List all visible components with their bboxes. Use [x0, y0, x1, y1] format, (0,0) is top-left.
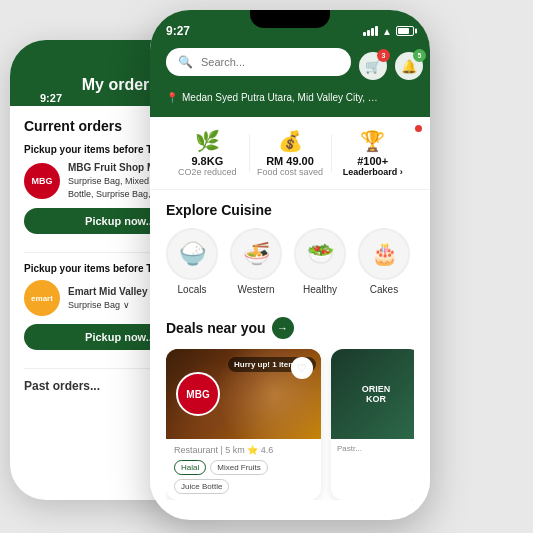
cuisine-healthy-img: 🥗 — [294, 228, 346, 280]
deal-card-orien-img: ORIENKOR — [331, 349, 414, 439]
leaderboard-icon: 🏆 — [331, 129, 414, 153]
cuisine-heading: Explore Cuisine — [166, 202, 414, 218]
deal-mbg-meta: Restaurant | 5 km ⭐ 4.6 — [174, 445, 313, 455]
cuisine-healthy[interactable]: 🥗 Healthy — [294, 228, 346, 295]
notch — [250, 10, 330, 28]
stat-co2: 🌿 9.8KG CO2e reduced — [166, 129, 249, 177]
search-bar[interactable]: 🔍 — [166, 48, 351, 76]
search-right-icons: 🛒 3 🔔 5 — [359, 52, 423, 80]
front-phone-time: 9:27 — [166, 24, 190, 38]
cuisine-section: Explore Cuisine 🍚 Locals 🍜 Western 🥗 Hea… — [150, 190, 430, 305]
co2-value: 9.8KG — [166, 155, 249, 167]
savings-label: Food cost saved — [249, 167, 332, 177]
notif-badge: 5 — [413, 49, 426, 62]
wifi-icon: ▲ — [382, 26, 392, 37]
cuisine-western-img: 🍜 — [230, 228, 282, 280]
bar2 — [367, 30, 370, 36]
stat-savings: 💰 RM 49.00 Food cost saved — [249, 129, 332, 177]
cuisine-cakes[interactable]: 🎂 Cakes — [358, 228, 410, 295]
stat-leaderboard[interactable]: 🏆 #100+ Leaderboard › — [331, 129, 414, 177]
co2-label: CO2e reduced — [166, 167, 249, 177]
savings-icon: 💰 — [249, 129, 332, 153]
location-bar: 📍 Medan Syed Putra Utara, Mid Valley Cit… — [166, 92, 414, 103]
cuisine-western-label: Western — [237, 284, 274, 295]
tag-mixed-fruits: Mixed Fruits — [210, 460, 268, 475]
deal-mbg-logo: MBG — [176, 372, 220, 416]
bar1 — [363, 32, 366, 36]
cuisine-locals-img: 🍚 — [166, 228, 218, 280]
deal-card-mbg[interactable]: MBG Hurry up! 1 item left ♡ Restaurant |… — [166, 349, 321, 500]
battery-fill — [398, 28, 409, 34]
cuisine-row: 🍚 Locals 🍜 Western 🥗 Healthy 🎂 Cakes 🍕 P… — [166, 228, 414, 305]
deals-cards-row: MBG Hurry up! 1 item left ♡ Restaurant |… — [166, 349, 414, 500]
bar4 — [375, 26, 378, 36]
bar3 — [371, 28, 374, 36]
deals-heading: Deals near you — [166, 320, 266, 336]
leaderboard-label[interactable]: Leaderboard › — [331, 167, 414, 177]
notif-btn[interactable]: 🔔 5 — [395, 52, 423, 80]
cuisine-cakes-img: 🎂 — [358, 228, 410, 280]
orien-tag: Pastr... — [337, 444, 414, 453]
bell-icon: 🔔 — [401, 59, 417, 74]
stats-row: 🌿 9.8KG CO2e reduced 💰 RM 49.00 Food cos… — [150, 117, 430, 190]
deal-card-mbg-img: MBG Hurry up! 1 item left ♡ — [166, 349, 321, 439]
deal-card-orien[interactable]: ORIENKOR Pastr... — [331, 349, 414, 500]
savings-value: RM 49.00 — [249, 155, 332, 167]
cart-icon: 🛒 — [365, 59, 381, 74]
heart-btn[interactable]: ♡ — [291, 357, 313, 379]
deal-mbg-tags: Halal Mixed Fruits Juice Bottle — [174, 460, 313, 494]
location-pin-icon: 📍 — [166, 92, 178, 103]
deal-card-mbg-info: Restaurant | 5 km ⭐ 4.6 Halal Mixed Frui… — [166, 439, 321, 500]
front-phone: 9:27 ▲ 🔍 — [150, 10, 430, 520]
battery-icon — [396, 26, 414, 36]
cuisine-cakes-label: Cakes — [370, 284, 398, 295]
signal-bars-icon — [363, 26, 378, 36]
order-2-logo: emart — [24, 280, 60, 316]
cuisine-locals[interactable]: 🍚 Locals — [166, 228, 218, 295]
cart-badge: 3 — [377, 49, 390, 62]
orien-logo: ORIENKOR — [362, 384, 391, 404]
cuisine-locals-label: Locals — [178, 284, 207, 295]
cuisine-western[interactable]: 🍜 Western — [230, 228, 282, 295]
red-dot-indicator — [415, 125, 422, 132]
order-1-logo: MBG — [24, 163, 60, 199]
co2-icon: 🌿 — [166, 129, 249, 153]
deal-card-orien-info: Pastr... — [331, 439, 414, 458]
tag-juice: Juice Bottle — [174, 479, 229, 494]
search-icon: 🔍 — [178, 55, 193, 69]
cart-btn[interactable]: 🛒 3 — [359, 52, 387, 80]
deals-section: Deals near you → MBG Hurry up! 1 item le… — [150, 305, 430, 500]
battery-tip — [415, 29, 417, 34]
location-text: Medan Syed Putra Utara, Mid Valley City,… — [182, 92, 382, 103]
search-input[interactable] — [201, 56, 339, 68]
deals-heading-row: Deals near you → — [166, 317, 414, 339]
back-phone-time: 9:27 — [40, 92, 62, 104]
status-icons: ▲ — [363, 26, 414, 37]
cuisine-healthy-label: Healthy — [303, 284, 337, 295]
leaderboard-value: #100+ — [331, 155, 414, 167]
tag-halal: Halal — [174, 460, 206, 475]
deals-arrow-btn[interactable]: → — [272, 317, 294, 339]
